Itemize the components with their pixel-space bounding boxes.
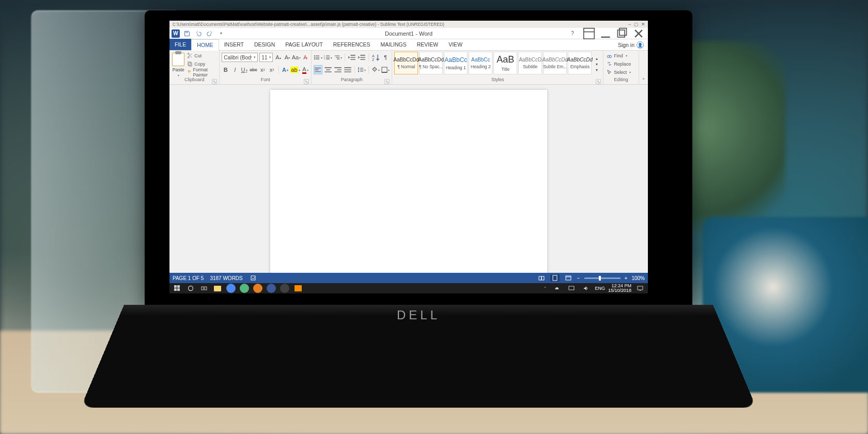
bg-minimize-button[interactable]: – xyxy=(627,22,632,27)
font-size-combo[interactable]: 11▾ xyxy=(259,53,273,62)
style-subtitle[interactable]: AaBbCcDSubtitle xyxy=(518,52,542,74)
format-painter-button[interactable]: Format Painter xyxy=(186,68,217,76)
bold-button[interactable]: B xyxy=(222,65,229,74)
taskbar-app-1[interactable] xyxy=(225,284,237,293)
tray-volume-icon[interactable] xyxy=(580,284,592,293)
tab-insert[interactable]: INSERT xyxy=(219,39,249,50)
borders-button[interactable] xyxy=(381,65,390,74)
align-center-button[interactable] xyxy=(324,65,332,74)
tab-home[interactable]: HOME xyxy=(191,39,219,51)
minimize-button[interactable] xyxy=(599,29,612,38)
view-web-layout-button[interactable] xyxy=(564,274,573,282)
style-normal[interactable]: AaBbCcDd¶ Normal xyxy=(394,52,418,74)
task-view-button[interactable] xyxy=(198,284,210,293)
zoom-slider[interactable] xyxy=(584,277,621,279)
grow-font-button[interactable]: A▴ xyxy=(274,53,282,62)
highlight-button[interactable]: ab xyxy=(290,65,300,74)
shrink-font-button[interactable]: A▾ xyxy=(284,53,291,62)
shading-button[interactable] xyxy=(371,65,380,74)
align-left-button[interactable] xyxy=(314,65,322,74)
font-name-combo[interactable]: Calibri (Body)▾ xyxy=(222,53,258,62)
status-page[interactable]: PAGE 1 OF 5 xyxy=(173,275,204,281)
qa-save-button[interactable] xyxy=(183,29,191,38)
style-heading-1[interactable]: AaBbCcHeading 1 xyxy=(444,52,468,74)
underline-button[interactable]: U xyxy=(240,65,248,74)
tab-file[interactable]: FILE xyxy=(169,39,191,50)
increase-indent-button[interactable] xyxy=(358,53,366,62)
taskbar-app-2[interactable] xyxy=(239,284,250,293)
tab-review[interactable]: REVIEW xyxy=(412,39,443,50)
taskbar-app-5[interactable] xyxy=(279,284,290,293)
taskbar-app-6[interactable] xyxy=(292,284,304,293)
zoom-out-button[interactable]: − xyxy=(577,275,580,281)
status-words[interactable]: 3187 WORDS xyxy=(210,275,242,281)
superscript-button[interactable]: x2 xyxy=(268,65,276,74)
tab-references[interactable]: REFERENCES xyxy=(328,39,376,50)
bullets-button[interactable] xyxy=(314,53,322,62)
qa-undo-button[interactable] xyxy=(194,29,203,38)
taskbar-app-4[interactable] xyxy=(266,284,277,293)
styles-gallery-more[interactable]: ▴▾▾ xyxy=(593,52,601,77)
style-no-spacing[interactable]: AaBbCcDd¶ No Spac... xyxy=(419,52,443,74)
tab-view[interactable]: VIEW xyxy=(443,39,468,50)
change-case-button[interactable]: Aa xyxy=(292,53,300,62)
bg-close-button[interactable]: ✕ xyxy=(640,22,646,27)
start-button[interactable] xyxy=(172,284,183,293)
view-print-layout-button[interactable] xyxy=(550,274,560,282)
style-title[interactable]: AaBTitle xyxy=(493,52,517,74)
multilevel-list-button[interactable] xyxy=(334,53,342,62)
find-button[interactable]: Find▾ xyxy=(606,52,636,59)
qa-customize-button[interactable]: ▾ xyxy=(217,29,225,38)
tray-network-icon[interactable] xyxy=(566,284,577,293)
collapse-ribbon-button[interactable]: ˄ xyxy=(642,78,645,83)
strikethrough-button[interactable]: abc xyxy=(250,65,257,74)
align-right-button[interactable] xyxy=(334,65,342,74)
replace-button[interactable]: Replace xyxy=(606,60,636,68)
tray-language[interactable]: ENG xyxy=(595,286,605,291)
zoom-in-button[interactable]: + xyxy=(625,275,628,281)
view-read-mode-button[interactable] xyxy=(537,274,546,282)
status-proofing-button[interactable] xyxy=(249,274,258,282)
tab-page-layout[interactable]: PAGE LAYOUT xyxy=(280,39,328,50)
action-center-button[interactable] xyxy=(634,284,646,293)
subscript-button[interactable]: x2 xyxy=(259,65,267,74)
cortana-button[interactable] xyxy=(185,284,196,293)
font-color-button[interactable]: A xyxy=(301,65,309,74)
style-heading-2[interactable]: AaBbCcHeading 2 xyxy=(469,52,492,74)
numbering-button[interactable]: 123 xyxy=(324,53,332,62)
font-dialog-launcher[interactable]: ⤡ xyxy=(304,79,309,84)
ribbon-display-options-button[interactable] xyxy=(583,29,595,38)
line-spacing-button[interactable] xyxy=(358,65,366,74)
sort-button[interactable]: AZ xyxy=(371,53,380,62)
paragraph-dialog-launcher[interactable]: ⤡ xyxy=(384,79,390,84)
justify-button[interactable] xyxy=(344,65,352,74)
styles-dialog-launcher[interactable]: ⤡ xyxy=(596,79,601,84)
taskbar-app-explorer[interactable] xyxy=(212,284,223,293)
maximize-button[interactable] xyxy=(616,29,628,38)
tab-mailings[interactable]: MAILINGS xyxy=(376,39,412,50)
taskbar-app-3[interactable] xyxy=(252,284,264,293)
tray-overflow-button[interactable]: ˄ xyxy=(542,284,548,293)
clear-formatting-button[interactable]: A̶ xyxy=(302,53,309,62)
sign-in-link[interactable]: Sign in 👤 xyxy=(618,39,644,51)
cut-button[interactable]: Cut xyxy=(186,52,217,59)
italic-button[interactable]: I xyxy=(231,65,239,74)
zoom-level[interactable]: 100% xyxy=(631,275,645,281)
tab-design[interactable]: DESIGN xyxy=(249,39,280,50)
close-button[interactable] xyxy=(632,29,645,38)
clipboard-dialog-launcher[interactable]: ⤡ xyxy=(212,79,217,84)
show-marks-button[interactable]: ¶ xyxy=(381,53,390,62)
select-button[interactable]: Select▾ xyxy=(606,68,636,76)
document-area[interactable] xyxy=(169,85,648,273)
text-effects-button[interactable]: A xyxy=(282,65,289,74)
bg-maximize-button[interactable]: ▢ xyxy=(633,22,639,27)
style-emphasis[interactable]: AaBbCcDdEmphasis xyxy=(568,52,592,74)
document-page[interactable] xyxy=(270,90,547,273)
paste-button[interactable]: Paste ▾ xyxy=(172,52,185,77)
qa-redo-button[interactable] xyxy=(206,29,214,38)
taskbar-clock[interactable]: 12:24 PM 15/10/2018 xyxy=(608,284,631,293)
decrease-indent-button[interactable] xyxy=(348,53,356,62)
tray-onedrive-icon[interactable] xyxy=(551,284,563,293)
style-subtle-emphasis[interactable]: AaBbCcDdSubtle Em... xyxy=(543,52,567,74)
help-button[interactable]: ? xyxy=(566,29,579,38)
